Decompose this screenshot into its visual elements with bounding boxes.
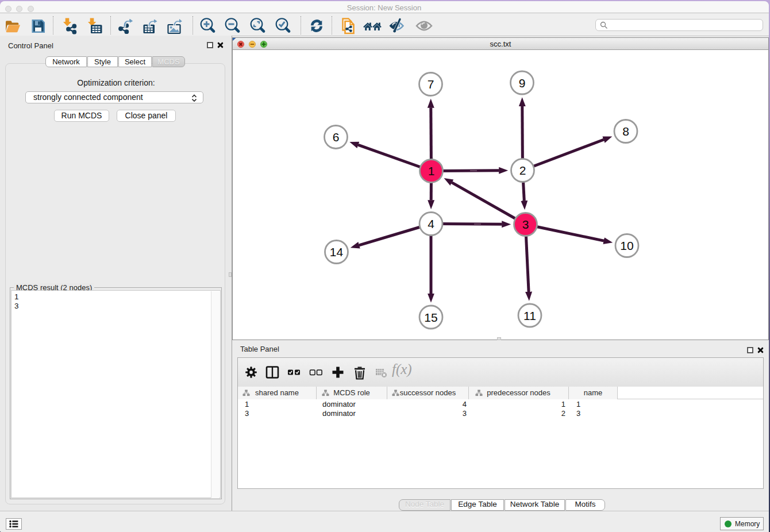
svg-text:1: 1 xyxy=(428,164,435,178)
svg-text:3: 3 xyxy=(522,218,529,231)
svg-text:4: 4 xyxy=(428,217,434,230)
svg-text:14: 14 xyxy=(330,245,344,259)
svg-text:6: 6 xyxy=(333,130,340,144)
svg-text:11: 11 xyxy=(523,309,536,322)
svg-text:7: 7 xyxy=(428,78,434,91)
svg-text:8: 8 xyxy=(622,125,629,138)
svg-text:10: 10 xyxy=(620,239,633,252)
svg-text:9: 9 xyxy=(519,76,526,90)
svg-text:15: 15 xyxy=(424,311,437,324)
svg-text:2: 2 xyxy=(519,164,526,177)
